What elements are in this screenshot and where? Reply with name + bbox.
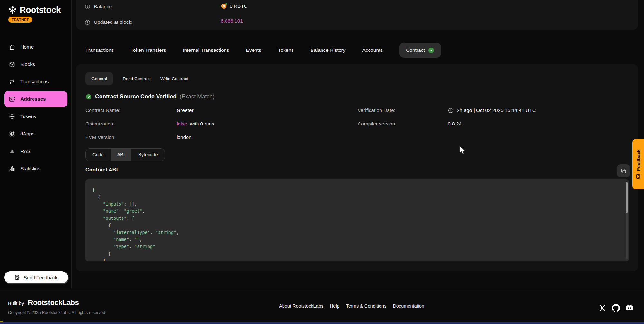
contract-abi-code-block[interactable]: [ { "inputs": [], "name": "greet", "outp… — [85, 179, 629, 261]
field-value-text: Greeter — [177, 107, 194, 113]
contact-card-icon — [8, 96, 15, 103]
address-overview-card: B0 RBTCBalance:6,886,101Updated at block… — [76, 0, 638, 30]
check-circle-icon — [85, 94, 92, 100]
feedback-tab-label: Feedback — [636, 149, 641, 171]
overview-label: Updated at block: — [94, 19, 133, 25]
field-verification-date: Verification Date:2h ago | Oct 02 2025 1… — [358, 104, 628, 117]
footer: Built by RootstockLabs Copyright © 2025 … — [0, 289, 644, 324]
tab-tokens[interactable]: Tokens — [278, 47, 294, 53]
copy-abi-button[interactable] — [617, 164, 630, 177]
feedback-chat-icon — [636, 173, 641, 179]
tab-label: Events — [246, 47, 261, 53]
abi-code-line: "name": "greet", — [92, 208, 179, 215]
abi-code-line: "internalType": "string", — [92, 229, 179, 236]
abi-json-text: [ { "inputs": [], "name": "greet", "outp… — [92, 186, 179, 261]
sidebar-item-addresses[interactable]: Addresses — [4, 91, 67, 107]
sidebar: Rootstock TESTNET HomeBlocksTransactions… — [0, 0, 72, 289]
tab-accounts[interactable]: Accounts — [362, 47, 383, 53]
abi-code-line: ], — [92, 257, 179, 261]
overview-value-text: 6,886,101 — [221, 18, 243, 24]
triangle-icon — [8, 148, 15, 155]
contract-panel: GeneralRead ContractWrite Contract Contr… — [76, 64, 638, 271]
github-icon[interactable] — [612, 304, 620, 312]
view-toggle-abi[interactable]: ABI — [111, 149, 131, 161]
tab-transactions[interactable]: Transactions — [85, 47, 114, 53]
sidebar-item-blocks[interactable]: Blocks — [4, 58, 67, 71]
swap-arrows-icon — [8, 78, 15, 85]
clock-icon — [448, 107, 454, 114]
code-view-toggle: CodeABIBytecode — [85, 148, 165, 161]
info-icon[interactable] — [84, 19, 91, 25]
footer-links: About RootstockLabsHelpTerms & Condition… — [279, 303, 424, 309]
footer-link-documentation[interactable]: Documentation — [393, 303, 424, 309]
sidebar-item-transactions[interactable]: Transactions — [4, 75, 67, 88]
sidebar-item-ras[interactable]: RAS — [4, 145, 67, 158]
rbtc-coin-icon: B — [221, 3, 227, 9]
discord-icon[interactable] — [625, 304, 633, 312]
address-tabs: TransactionsToken TransfersInternal Tran… — [85, 42, 441, 59]
overview-value-text: 0 RBTC — [230, 3, 247, 9]
sidebar-item-tokens[interactable]: Tokens — [4, 110, 67, 123]
send-feedback-button[interactable]: Send Feedback — [4, 271, 68, 283]
code-scrollbar-thumb[interactable] — [626, 182, 628, 213]
verified-title: Contract Source Code Verified — [95, 93, 177, 100]
footer-link-about-rootstocklabs[interactable]: About RootstockLabs — [279, 303, 323, 309]
field-value-text: with 0 runs — [190, 121, 214, 127]
tab-balance-history[interactable]: Balance History — [311, 47, 346, 53]
abi-code-line: "name": "", — [92, 236, 179, 243]
sidebar-item-label: Transactions — [20, 79, 49, 85]
field-value-accent: false — [177, 121, 187, 127]
sidebar-item-dapps[interactable]: dApps — [4, 127, 67, 140]
fields-left-column: Contract Name:GreeterOptimization:false … — [85, 104, 343, 144]
coin-icon — [8, 113, 15, 120]
tab-events[interactable]: Events — [246, 47, 261, 53]
field-value-text: london — [177, 134, 192, 140]
field-label: Optimization: — [85, 121, 177, 127]
rootstocklabs-brand[interactable]: RootstockLabs — [28, 299, 79, 307]
view-toggle-bytecode[interactable]: Bytecode — [131, 149, 164, 161]
contract-abi-heading: Contract ABI — [85, 167, 118, 173]
sidebar-item-label: Tokens — [20, 114, 36, 119]
brand-name: Rootstock — [20, 5, 61, 15]
overview-row-balance: Balance: — [84, 3, 113, 11]
tab-token-transfers[interactable]: Token Transfers — [130, 47, 166, 53]
abi-code-line: { — [92, 222, 179, 229]
cube-icon — [8, 61, 15, 68]
updated-block-link[interactable]: 6,886,101 — [221, 18, 243, 24]
sidebar-item-statistics[interactable]: Statistics — [4, 162, 67, 175]
field-label: Contract Name: — [85, 107, 177, 113]
info-icon[interactable] — [84, 4, 91, 10]
field-value-text: 2h ago | Oct 02 2025 15:14:41 UTC — [457, 107, 536, 113]
abi-code-line: "outputs": [ — [92, 215, 179, 222]
edit-note-icon — [14, 274, 20, 280]
field-value: 0.8.24 — [448, 121, 462, 127]
sidebar-item-home[interactable]: Home — [4, 41, 67, 53]
sidebar-item-label: Home — [20, 44, 34, 50]
field-value: 2h ago | Oct 02 2025 15:14:41 UTC — [448, 107, 536, 114]
built-by-label: Built by — [8, 301, 24, 306]
field-value: london — [177, 134, 192, 140]
sidebar-item-label: Blocks — [20, 61, 35, 67]
copy-icon — [620, 168, 627, 174]
tab-internal-transactions[interactable]: Internal Transactions — [183, 47, 229, 53]
tab-label: Transactions — [85, 47, 114, 53]
abi-code-line: "inputs": [], — [92, 200, 179, 208]
tab-contract[interactable]: Contract — [399, 43, 441, 58]
feedback-side-tab-button[interactable]: Feedback — [632, 139, 644, 189]
subtab-write-contract[interactable]: Write Contract — [160, 76, 188, 81]
footer-link-terms-conditions[interactable]: Terms & Conditions — [346, 303, 387, 309]
sidebar-nav: HomeBlocksTransactionsAddressesTokensdAp… — [0, 36, 72, 175]
rootstock-logo[interactable]: Rootstock — [8, 5, 61, 15]
tab-label: Internal Transactions — [183, 47, 229, 53]
sidebar-item-label: RAS — [20, 148, 31, 154]
view-toggle-code[interactable]: Code — [86, 149, 111, 161]
rootstock-explorer-screen: Rootstock TESTNET HomeBlocksTransactions… — [0, 0, 644, 324]
footer-link-help[interactable]: Help — [330, 303, 340, 309]
subtab-read-contract[interactable]: Read Contract — [123, 76, 151, 81]
field-value-text: 0.8.24 — [448, 121, 462, 127]
subtab-general[interactable]: General — [85, 72, 113, 85]
abi-code-line: } — [92, 250, 179, 257]
field-value: Greeter — [177, 107, 194, 113]
x-icon[interactable] — [598, 304, 606, 312]
abi-code-line: "type": "string" — [92, 243, 179, 250]
